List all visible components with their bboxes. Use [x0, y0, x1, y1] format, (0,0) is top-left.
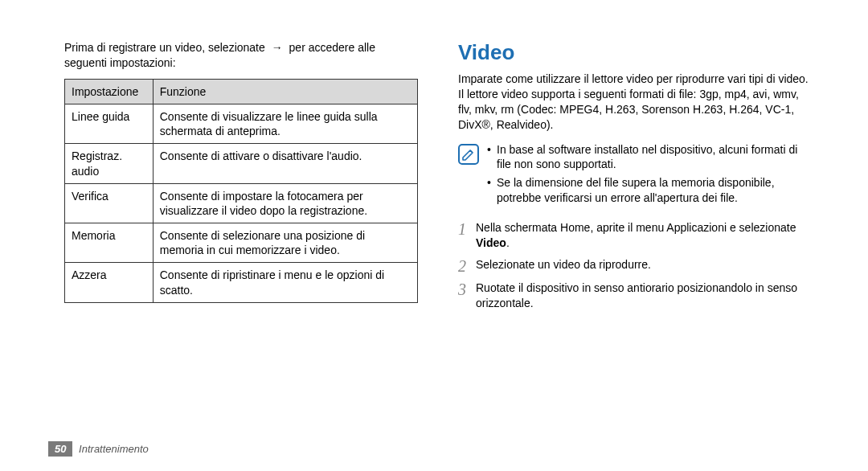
table-row: Linee guida Consente di visualizzare le …	[65, 104, 418, 143]
settings-table: Impostazione Funzione Linee guida Consen…	[64, 79, 418, 303]
step-bold: Video	[476, 236, 506, 249]
step-pre: Selezionate un video da riprodurre.	[476, 258, 651, 271]
step-post: .	[506, 236, 510, 249]
step-item: 2 Selezionate un video da riprodurre.	[458, 257, 812, 274]
step-item: 1 Nella schermata Home, aprite il menu A…	[458, 220, 812, 251]
cell-function: Consente di selezionare una posizione di…	[153, 223, 417, 263]
note-block: In base al software installato nel dispo…	[458, 142, 812, 210]
table-row: Registraz. audio Consente di attivare o …	[65, 144, 418, 183]
page-footer: 50 Intrattenimento	[48, 443, 149, 455]
intro-paragraph: Imparate come utilizzare il lettore vide…	[458, 72, 812, 133]
step-number: 2	[458, 257, 476, 274]
step-text: Ruotate il dispositivo in senso antiorar…	[476, 281, 812, 311]
steps-list: 1 Nella schermata Home, aprite il menu A…	[458, 220, 812, 311]
cell-setting: Azzera	[65, 263, 154, 302]
note-item: Se la dimensione del file supera la memo…	[487, 175, 812, 206]
note-list: In base al software installato nel dispo…	[487, 142, 812, 210]
cell-setting: Linee guida	[65, 104, 154, 143]
table-row: Memoria Consente di selezionare una posi…	[65, 223, 418, 263]
table-header-row: Impostazione Funzione	[65, 79, 418, 104]
left-column: Prima di registrare un video, selezionat…	[48, 40, 442, 471]
table-row: Verifica Consente di impostare la fotoca…	[65, 183, 418, 223]
note-item: In base al software installato nel dispo…	[487, 142, 812, 173]
table-row: Azzera Consente di ripristinare i menu e…	[65, 263, 418, 302]
cell-function: Consente di impostare la fotocamera per …	[153, 183, 417, 223]
header-function: Funzione	[153, 79, 417, 104]
section-heading: Video	[458, 40, 812, 65]
header-setting: Impostazione	[65, 79, 154, 104]
intro-text: Prima di registrare un video, selezionat…	[64, 40, 418, 71]
cell-setting: Verifica	[65, 183, 154, 223]
step-number: 1	[458, 220, 476, 237]
cell-function: Consente di ripristinare i menu e le opz…	[153, 263, 417, 302]
step-text: Nella schermata Home, aprite il menu App…	[476, 220, 812, 251]
arrow-icon: →	[268, 40, 286, 55]
step-number: 3	[458, 281, 476, 297]
note-icon	[458, 144, 479, 165]
cell-function: Consente di attivare o disattivare l'aud…	[153, 144, 417, 183]
step-item: 3 Ruotate il dispositivo in senso antior…	[458, 281, 812, 311]
step-text: Selezionate un video da riprodurre.	[476, 257, 812, 272]
cell-setting: Registraz. audio	[65, 144, 154, 183]
cell-function: Consente di visualizzare le linee guida …	[153, 104, 417, 143]
section-label: Intrattenimento	[79, 443, 149, 455]
page: Prima di registrare un video, selezionat…	[0, 0, 868, 471]
intro-pre: Prima di registrare un video, selezionat…	[64, 41, 265, 54]
page-number: 50	[48, 441, 72, 457]
right-column: Video Imparate come utilizzare il lettor…	[442, 40, 828, 471]
cell-setting: Memoria	[65, 223, 154, 263]
step-pre: Ruotate il dispositivo in senso antiorar…	[476, 281, 797, 309]
step-pre: Nella schermata Home, aprite il menu App…	[476, 221, 796, 234]
